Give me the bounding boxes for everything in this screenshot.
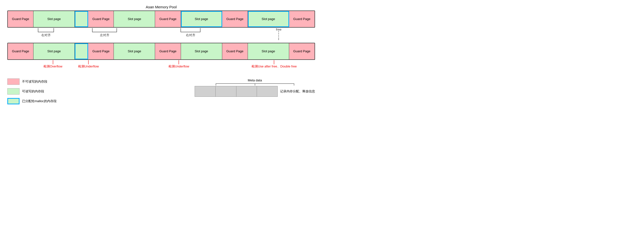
legend-label-2: 可读写的内存段 [22, 89, 44, 94]
metadata-label: 记录内存分配、释放信息 [280, 89, 315, 94]
cell-slot-2: Slot page [114, 11, 155, 27]
legend-box-allocated [7, 98, 20, 104]
memory-pool-container: Guard Page Slot page Guard Page Slot pag… [7, 11, 315, 28]
bracket-left-align [90, 28, 119, 33]
bottom-area: 不可读写的内存段 可读写的内存段 已分配给malloc的内存段 Meta dat… [7, 78, 315, 104]
svg-marker-5 [88, 60, 89, 61]
legend-label-3: 已分配给malloc的内存段 [22, 99, 57, 103]
legend-item-3: 已分配给malloc的内存段 [7, 98, 57, 104]
legend: 不可读写的内存段 可读写的内存段 已分配给malloc的内存段 [7, 78, 57, 104]
memory-row-2: Guard Page Slot page Guard Page Slot pag… [8, 43, 315, 60]
svg-marker-7 [178, 60, 179, 61]
free-arrow [278, 31, 279, 40]
cell-guard-2: Guard Page [88, 11, 114, 27]
meta-cell-2 [216, 86, 236, 97]
cell-guard-b5: Guard Page [289, 43, 314, 59]
legend-item-1: 不可读写的内存段 [7, 78, 57, 85]
meta-cell-3 [236, 86, 257, 97]
cell-guard-b1: Guard Page [8, 43, 34, 59]
cell-guard-b3: Guard Page [155, 43, 181, 59]
label-underflow-2: 检测Underflow [168, 64, 189, 69]
cell-slot-4: Slot page [248, 11, 289, 27]
label-free: free [276, 28, 281, 31]
legend-box-slot [7, 88, 20, 95]
annotation-row-1: 右对齐 左对齐 右对齐 free [7, 28, 315, 42]
label-use-after-free: 检测Use after free、Double free [252, 64, 297, 69]
annotation-row-2: 检测Overflow 检测Underflow 检测Underflow 检测Use [7, 60, 315, 74]
cell-slot-b4: Slot page [248, 43, 289, 59]
arrow-underflow-2 [178, 60, 179, 64]
metadata-bracket [214, 83, 296, 86]
label-underflow-1: 检测Underflow [78, 64, 99, 69]
arrow-overflow [53, 60, 53, 64]
metadata-row: 记录内存分配、释放信息 [195, 86, 315, 97]
cell-slot-allocated-b1 [75, 43, 88, 59]
page-title: Asan Memory Pool [7, 5, 315, 9]
cell-slot-b1: Slot page [34, 43, 75, 59]
label-right-align-1: 右对齐 [41, 33, 51, 37]
metadata-title: Meta data [248, 78, 262, 82]
meta-cell-1 [195, 86, 216, 97]
memory-pool-container-2: Guard Page Slot page Guard Page Slot pag… [7, 43, 315, 60]
legend-item-2: 可读写的内存段 [7, 88, 57, 95]
svg-marker-9 [274, 60, 274, 61]
label-overflow: 检测Overflow [44, 64, 62, 69]
cell-slot-b2: Slot page [114, 43, 155, 59]
meta-cell-4 [257, 86, 278, 97]
bracket-right-align-1 [36, 28, 56, 33]
cell-guard-3: Guard Page [155, 11, 181, 27]
cell-guard-5: Guard Page [289, 11, 314, 27]
cell-slot-1: Slot page [34, 11, 75, 27]
cell-slot-b3: Slot page [181, 43, 222, 59]
cell-slot-3: Slot page [181, 11, 222, 27]
label-left-align: 左对齐 [100, 33, 110, 37]
svg-marker-3 [53, 60, 53, 61]
metadata-cells [195, 86, 278, 97]
arrow-underflow-1 [88, 60, 89, 64]
memory-row-1: Guard Page Slot page Guard Page Slot pag… [8, 11, 315, 27]
cell-guard-b2: Guard Page [88, 43, 114, 59]
cell-guard-b4: Guard Page [222, 43, 248, 59]
cell-slot-allocated-1 [75, 11, 88, 27]
bracket-right-align-2 [178, 28, 203, 33]
cell-guard-1: Guard Page [8, 11, 34, 27]
metadata-area: Meta data 记录内存分配、释放信息 [195, 78, 315, 97]
label-right-align-2: 右对齐 [186, 33, 195, 37]
arrow-use-after-free [274, 60, 274, 64]
cell-guard-4: Guard Page [222, 11, 248, 27]
legend-label-1: 不可读写的内存段 [22, 79, 48, 84]
legend-box-guard [7, 78, 20, 85]
